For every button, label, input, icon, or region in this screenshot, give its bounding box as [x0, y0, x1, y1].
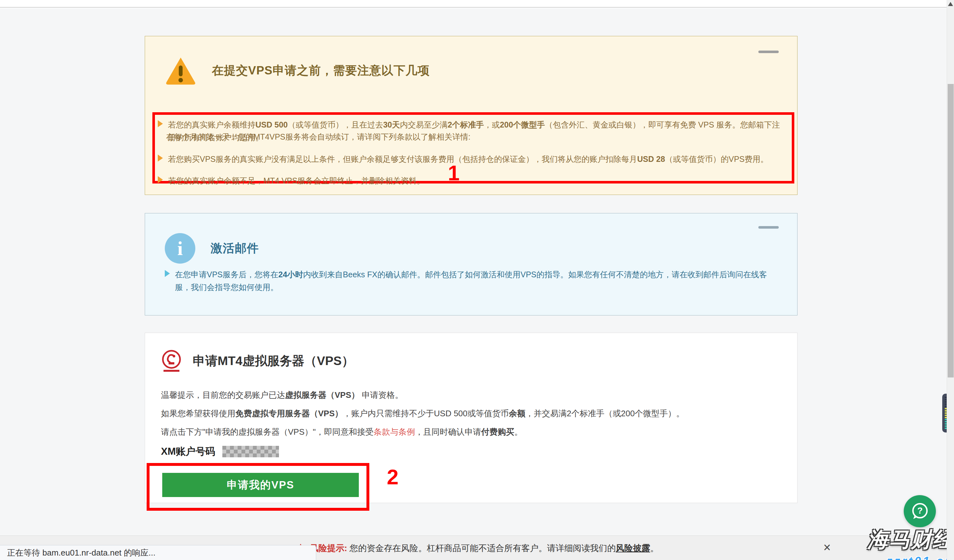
- text-segment: 若您的真实账户余额维持: [168, 120, 256, 129]
- text-segment: 请点击下方"申请我的虚拟服务器（VPS）"，即同意和接受: [161, 427, 373, 437]
- risk-warning-text: 风险提示: 您的资金存在风险。杠杆商品可能不适合所有客户。请详细阅读我们的风险披…: [310, 543, 659, 554]
- bullet-arrow-icon: [158, 176, 163, 183]
- text-segment: 如果您希望获得使用: [161, 409, 235, 418]
- info-body-text: 在您申请VPS服务后，您将在24小时内收到来自Beeks FX的确认邮件。邮件包…: [175, 268, 783, 294]
- collapse-icon[interactable]: [758, 51, 779, 53]
- account-row: XM账户号码: [161, 445, 279, 458]
- text-segment: 申请资格。: [360, 390, 403, 400]
- text-segment: USD 28: [637, 154, 665, 163]
- apply-para-2: 如果您希望获得使用免费虚拟专用服务器（VPS），账户内只需维持不少于USD 50…: [161, 408, 684, 419]
- text-segment: 温馨提示，目前您的交易账户已达: [161, 390, 285, 400]
- warning-title: 在提交VPS申请之前，需要注意以下几项: [212, 63, 430, 79]
- info-panel: i 激活邮件 在您申请VPS服务后，您将在24小时内收到来自Beeks FX的确…: [145, 213, 798, 316]
- annotation-number-1: 1: [448, 161, 460, 185]
- apply-header: 申请MT4虚拟服务器（VPS）: [161, 350, 354, 372]
- browser-top-strip: [0, 0, 954, 8]
- text-segment: 付费购买: [481, 427, 514, 437]
- text-segment: （或等值货币），且在过去: [288, 120, 383, 129]
- text-segment: （或等值货币）的VPS费用。: [665, 154, 768, 163]
- text-segment: ，账户内只需维持不少于USD 500或等值货币: [343, 409, 509, 418]
- collapse-icon[interactable]: [758, 226, 779, 229]
- warning-bullet-2: 若您购买VPS服务的真实账户没有满足以上条件，但账户余额足够支付该服务费用（包括…: [158, 152, 788, 165]
- risk-disclosure-link[interactable]: 风险披露: [616, 543, 650, 553]
- warning-bullet-3-text: 若您的真实账户余额不足，MT4 VPS服务会立即终止，并删除相关资料。: [168, 174, 425, 187]
- annotation-number-2: 2: [387, 465, 399, 489]
- scrollbar-thumb[interactable]: [948, 84, 954, 378]
- warning-panel: 在提交VPS申请之前，需要注意以下几项 在每个月的第一天，您的MT4VPS服务将…: [145, 36, 798, 195]
- text-segment: 。: [650, 543, 659, 553]
- apply-para-1: 温馨提示，目前您的交易账户已达虚拟服务器（VPS） 申请资格。: [161, 390, 403, 401]
- warning-bullets: 若您的真实账户余额维持USD 500（或等值货币），且在过去30天内交易至少满2…: [158, 118, 788, 187]
- text-segment: 余额: [509, 409, 525, 418]
- help-bubble-icon: ?: [910, 501, 930, 521]
- info-icon: i: [165, 233, 195, 264]
- warning-bullet-3: 若您的真实账户余额不足，MT4 VPS服务会立即终止，并删除相关资料。: [158, 174, 788, 187]
- bullet-arrow-icon: [158, 120, 163, 127]
- risk-footer-bar: 风险提示: 您的资金存在风险。杠杆商品可能不适合所有客户。请详细阅读我们的风险披…: [0, 535, 954, 560]
- text-segment: 若您的真实账户余额不足，MT4 VPS服务会立即终止，并删除相关资料。: [168, 176, 425, 185]
- text-segment: USD 500: [256, 120, 288, 129]
- scrollbar-up-arrow-icon[interactable]: [948, 2, 953, 6]
- apply-title: 申请MT4虚拟服务器（VPS）: [193, 352, 354, 370]
- text-segment: 30天: [383, 120, 400, 129]
- text-segment: 24小时: [278, 270, 303, 279]
- page: 在提交VPS申请之前，需要注意以下几项 在每个月的第一天，您的MT4VPS服务将…: [0, 0, 954, 560]
- text-segment: 免费虚拟专用服务器（VPS）: [235, 409, 343, 418]
- text-segment: 2个标准手: [447, 120, 484, 129]
- account-number-label: XM账户号码: [161, 445, 215, 458]
- warning-bullet-1: 若您的真实账户余额维持USD 500（或等值货币），且在过去30天内交易至少满2…: [158, 118, 788, 144]
- service-bell-icon: [161, 350, 182, 372]
- text-segment: 若您购买VPS服务的真实账户没有满足以上条件，但账户余额足够支付该服务费用（包括…: [168, 154, 637, 163]
- browser-status-tooltip: 正在等待 bam.eu01.nr-data.net 的响应...: [0, 545, 316, 560]
- text-segment: ，或: [484, 120, 500, 129]
- text-segment: 虚拟服务器（VPS）: [285, 390, 360, 400]
- warning-triangle-icon: [165, 56, 196, 85]
- warning-bullet-1-text: 若您的真实账户余额维持USD 500（或等值货币），且在过去30天内交易至少满2…: [168, 118, 788, 144]
- info-title: 激活邮件: [210, 240, 259, 256]
- censored-account-number: [222, 446, 279, 457]
- apply-panel: 申请MT4虚拟服务器（VPS） 温馨提示，目前您的交易账户已达虚拟服务器（VPS…: [145, 333, 798, 503]
- scrollbar[interactable]: [947, 0, 954, 560]
- close-icon[interactable]: ×: [820, 540, 835, 555]
- svg-text:?: ?: [917, 506, 923, 515]
- apply-vps-button[interactable]: 申请我的VPS: [162, 473, 359, 497]
- help-button[interactable]: ?: [904, 495, 936, 527]
- terms-link[interactable]: 条款与条例: [373, 427, 415, 437]
- text-segment: 200个微型手: [500, 120, 545, 129]
- text-segment: ，且同时确认申请: [415, 427, 481, 437]
- bullet-arrow-icon: [165, 270, 170, 277]
- warning-header: 在提交VPS申请之前，需要注意以下几项: [165, 56, 430, 85]
- warning-bullet-2-text: 若您购买VPS服务的真实账户没有满足以上条件，但账户余额足够支付该服务费用（包括…: [168, 152, 768, 165]
- info-header: i 激活邮件: [165, 233, 259, 264]
- info-bullet: 在您申请VPS服务后，您将在24小时内收到来自Beeks FX的确认邮件。邮件包…: [165, 268, 783, 294]
- bullet-arrow-icon: [158, 154, 163, 162]
- text-segment: 。: [514, 427, 522, 437]
- apply-para-3: 请点击下方"申请我的虚拟服务器（VPS）"，即同意和接受条款与条例，且同时确认申…: [161, 426, 522, 437]
- text-segment: ，并交易满2个标准手（或200个微型手）。: [525, 409, 684, 418]
- text-segment: 您的资金存在风险。杠杆商品可能不适合所有客户。请详细阅读我们的: [347, 543, 616, 553]
- text-segment: 在您申请VPS服务后，您将在: [175, 270, 278, 279]
- annotation-box-2: 申请我的VPS: [147, 463, 369, 511]
- text-segment: 内交易至少满: [400, 120, 447, 129]
